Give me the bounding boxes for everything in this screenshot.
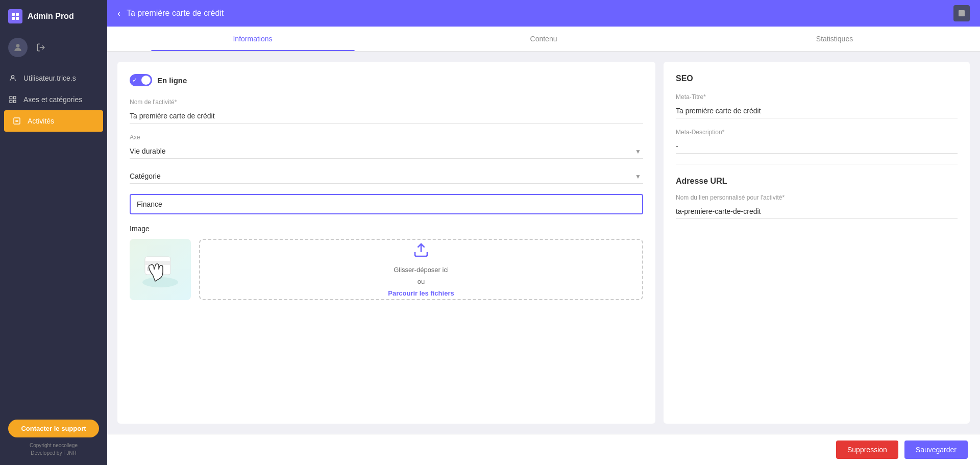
- svg-rect-11: [14, 118, 20, 124]
- sidebar: Admin Prod Utilisateur.trice.s Axes et c…: [0, 0, 107, 465]
- svg-point-16: [142, 277, 178, 287]
- browse-link[interactable]: Parcourir les fichiers: [388, 289, 454, 297]
- activity-name-input[interactable]: [130, 109, 643, 124]
- sidebar-item-label: Utilisateur.trice.s: [23, 74, 76, 82]
- left-panel: ✓ En ligne Nom de l'activité* Axe Vie du…: [117, 62, 655, 424]
- upload-icon: [413, 242, 429, 262]
- logout-button[interactable]: [34, 40, 48, 55]
- sidebar-item-activities[interactable]: Activités: [4, 110, 103, 132]
- meta-description-input[interactable]: [676, 139, 958, 154]
- axe-label: Axe: [130, 134, 643, 141]
- axe-select[interactable]: Vie durable: [130, 144, 643, 159]
- sidebar-item-axes[interactable]: Axes et catégories: [0, 89, 107, 110]
- sidebar-user-row: [0, 33, 107, 67]
- svg-point-4: [16, 44, 20, 47]
- meta-titre-group: Meta-Titre*: [676, 93, 958, 118]
- url-input[interactable]: [676, 204, 958, 219]
- svg-point-15: [961, 12, 963, 14]
- meta-titre-label: Meta-Titre*: [676, 93, 958, 101]
- logo-icon: [8, 9, 22, 23]
- svg-rect-7: [10, 96, 12, 99]
- svg-rect-0: [12, 13, 15, 16]
- svg-point-6: [11, 76, 14, 78]
- drop-text: Glisser-déposer ici: [394, 266, 449, 274]
- sidebar-item-label: Activités: [28, 117, 54, 125]
- tabs-bar: Informations Contenu Statistiques: [107, 27, 980, 52]
- users-icon: [8, 74, 17, 83]
- categorie-select-wrapper: Catégorie ▼: [130, 169, 643, 184]
- right-panel: SEO Meta-Titre* Meta-Description* Adress…: [664, 62, 970, 424]
- seo-divider: [676, 164, 958, 164]
- axe-select-wrapper: Vie durable ▼: [130, 144, 643, 159]
- categorie-group: Catégorie ▼: [130, 169, 643, 184]
- image-row: Glisser-déposer ici ou Parcourir les fic…: [130, 239, 643, 300]
- support-button[interactable]: Contacter le support: [8, 420, 99, 437]
- back-button[interactable]: ‹: [117, 8, 120, 19]
- svg-rect-3: [16, 17, 19, 20]
- tab-contenu[interactable]: Contenu: [398, 27, 689, 51]
- url-section-title: Adresse URL: [676, 177, 958, 186]
- sidebar-copyright: Copyright neocollege Developed by FJNR: [8, 442, 99, 457]
- online-label: En ligne: [157, 76, 187, 85]
- meta-titre-input[interactable]: [676, 104, 958, 118]
- svg-rect-10: [13, 100, 16, 103]
- sidebar-nav: Utilisateur.trice.s Axes et catégories A…: [0, 67, 107, 411]
- activity-name-group: Nom de l'activité*: [130, 99, 643, 124]
- tab-statistiques[interactable]: Statistiques: [689, 27, 980, 51]
- online-toggle[interactable]: ✓: [130, 74, 152, 86]
- content-area: ✓ En ligne Nom de l'activité* Axe Vie du…: [107, 52, 980, 434]
- main-area: ‹ Ta première carte de crédit Informatio…: [107, 0, 980, 465]
- sidebar-item-label: Axes et catégories: [23, 95, 82, 104]
- meta-description-group: Meta-Description*: [676, 129, 958, 154]
- axe-group: Axe Vie durable ▼: [130, 134, 643, 159]
- svg-rect-8: [13, 96, 16, 99]
- seo-section-title: SEO: [676, 74, 958, 83]
- drop-zone[interactable]: Glisser-déposer ici ou Parcourir les fic…: [199, 239, 643, 300]
- categorie-select[interactable]: Catégorie: [130, 169, 643, 184]
- page-title: Ta première carte de crédit: [127, 9, 947, 18]
- url-label: Nom du lien personnalisé pour l'activité…: [676, 194, 958, 201]
- url-group: Nom du lien personnalisé pour l'activité…: [676, 194, 958, 219]
- toggle-check-icon: ✓: [132, 77, 137, 84]
- logo-text: Admin Prod: [28, 12, 74, 21]
- save-button[interactable]: Sauvegarder: [904, 440, 968, 459]
- sidebar-item-users[interactable]: Utilisateur.trice.s: [0, 67, 107, 89]
- drop-or: ou: [418, 278, 425, 285]
- tags-group: [130, 194, 643, 214]
- activities-icon: [12, 116, 21, 126]
- avatar: [8, 38, 28, 57]
- image-group: Image: [130, 225, 643, 300]
- topbar-user-icon: [953, 5, 970, 21]
- sidebar-footer: Contacter le support Copyright neocolleg…: [0, 411, 107, 465]
- meta-description-label: Meta-Description*: [676, 129, 958, 136]
- tab-informations[interactable]: Informations: [107, 27, 398, 51]
- tags-input[interactable]: [130, 194, 643, 214]
- image-preview: [130, 239, 191, 300]
- topbar: ‹ Ta première carte de crédit: [107, 0, 980, 27]
- axes-icon: [8, 95, 17, 104]
- online-toggle-row: ✓ En ligne: [130, 74, 643, 86]
- svg-rect-1: [16, 13, 19, 16]
- sidebar-logo: Admin Prod: [0, 0, 107, 33]
- svg-rect-9: [10, 100, 12, 103]
- image-label: Image: [130, 225, 643, 233]
- image-preview-inner: [130, 239, 191, 300]
- activity-name-label: Nom de l'activité*: [130, 99, 643, 106]
- svg-rect-2: [12, 17, 15, 20]
- delete-button[interactable]: Suppression: [836, 440, 898, 459]
- action-bar: Suppression Sauvegarder: [107, 434, 980, 465]
